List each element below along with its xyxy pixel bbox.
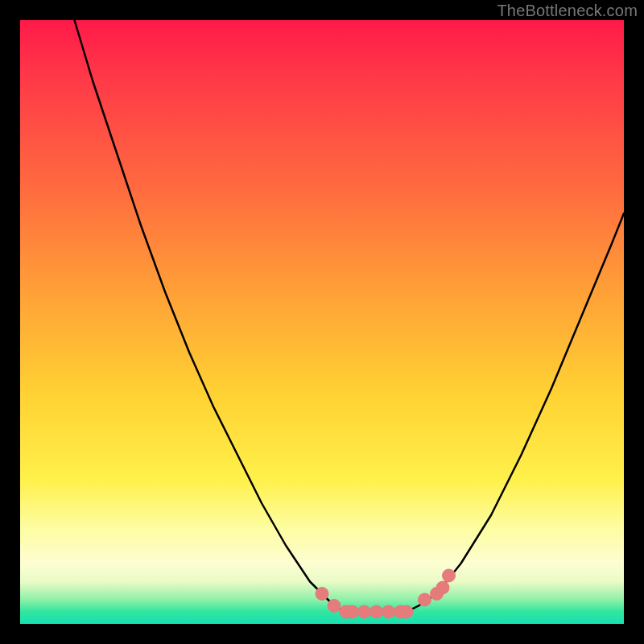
data-marker [346, 605, 359, 618]
data-marker [419, 593, 431, 606]
watermark-label: TheBottleneck.com [497, 2, 638, 20]
data-marker [443, 569, 456, 582]
bottleneck-curve [20, 20, 624, 624]
data-marker [358, 605, 371, 618]
data-marker [316, 588, 328, 601]
chart-frame: TheBottleneck.com [0, 0, 644, 644]
plot-area [20, 20, 624, 624]
data-marker [436, 581, 449, 594]
data-marker [328, 600, 341, 613]
data-marker [370, 605, 383, 618]
data-marker [400, 605, 413, 618]
marker-group [316, 569, 456, 618]
data-marker [382, 605, 395, 618]
curve-path [75, 20, 625, 612]
